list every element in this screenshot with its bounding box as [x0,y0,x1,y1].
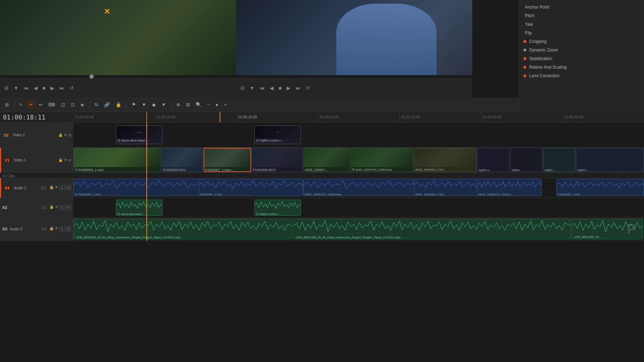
a3-clip-1[interactable]: UPM_BER1285_55_All_Okay_Underscore_Riege… [73,219,292,239]
zoom-search[interactable]: 🔍 [194,101,204,109]
zoom-linked[interactable]: ⊞ [184,101,192,109]
v1-clip-8[interactable]: fujifilm-x... [477,148,509,172]
ripple-delete[interactable]: ⇆ [92,101,101,109]
right-play[interactable]: ▶ [285,84,292,92]
left-loop[interactable]: ↺ [68,84,75,92]
left-monitor-btn[interactable]: ⊞ [3,84,10,92]
v1-clip-7[interactable]: A003_10050813_C03... [414,148,477,172]
right-scrubber[interactable] [236,75,472,78]
a3-solo[interactable]: S [59,226,64,231]
v2-clip-2[interactable]: ▪▪▪ ⛓ fujifilm-x100v-r-... [254,126,301,144]
a2-mute[interactable]: M [66,205,72,210]
left-expand-btn[interactable]: ▼ [12,84,20,92]
v1-clip-10[interactable]: fujifilm... [543,148,575,172]
lens-correction-item[interactable]: Lens Correction [523,72,640,80]
x-mark-indicator: ✕ [104,7,110,16]
a1-clip-5[interactable]: A003_10050724_C013.b... [477,179,542,196]
v1-clip-2[interactable]: P1062833.MOV [162,148,203,172]
keyboard-tool[interactable]: ⌨ [46,101,57,109]
zoom-in[interactable]: ⊕ [174,101,182,109]
a3-clip-2[interactable]: UPM_BER1285_55_All_Okay_Underscore_Riege… [293,219,571,239]
a1-eye[interactable]: 👁 [55,185,58,190]
v1-clip-3-current[interactable]: P1063067_1.mov-... [204,148,251,172]
blade-tool[interactable]: ◈ [78,101,86,109]
slip-tool[interactable]: ⇔ [36,101,45,109]
anchor-point-label[interactable]: Anchor Point [523,3,640,11]
v1-clips-area: ⛓ P1063054_1.mov P1062833.MOV P1063067_1… [73,148,644,173]
a2-solo[interactable]: S [59,205,64,210]
a2-eye[interactable]: 👁 [55,205,58,210]
v1-eye[interactable]: 👁 [64,158,67,162]
yaw-label[interactable]: Yaw [523,20,640,29]
v1-lock[interactable]: 🔒 [58,158,63,162]
trim-tool-b[interactable]: ⊡ [69,101,77,109]
v1-clip-11[interactable]: fujifilm-... [576,148,644,172]
v1-monitor[interactable]: ⊟ [68,158,71,162]
select-tool[interactable]: ↖ [17,101,25,109]
a2-lock[interactable]: 🔒 [49,205,54,210]
left-play[interactable]: ▶ [49,84,56,92]
v2-monitor[interactable]: ⊟ [68,133,71,137]
right-skip-end[interactable]: ⏭ [294,84,302,92]
left-prev-frame[interactable]: ◀ [32,84,39,92]
link-tool[interactable]: 🔗 [102,101,112,109]
left-scrubber[interactable] [0,75,236,78]
timeline-area: 01:00:18:11 V2 Video 2 🔒 👁 ⊟ V1 Video 1 … [0,112,644,241]
v1-clip-1[interactable]: ⛓ P1063054_1.mov [73,148,161,172]
a3-eye[interactable]: 👁 [55,226,58,231]
v2-clip-1[interactable]: ··· ⛓ steve-dent-lower-... [116,126,162,144]
v1-clip-9[interactable]: fujifilm... [510,148,542,172]
right-expand-btn[interactable]: ▼ [248,84,256,92]
flip-label[interactable]: Flip [523,29,640,37]
a1-clips-area: ⛓ P1063054_1.mov P1063067_1.mov A0 [73,178,644,198]
flag-dropdown[interactable]: ▼ [140,101,148,109]
pitch-label[interactable]: Pitch [523,11,640,20]
v2-lock[interactable]: 🔒 [58,133,63,137]
marker-dropdown[interactable]: ▼ [159,101,168,109]
right-prev-frame[interactable]: ◀ [268,84,275,92]
a2-clip-1[interactable]: ⛓ steve-dent-lower-... [116,200,162,216]
razor-tool[interactable]: ✂ [27,101,35,109]
retime-scaling-indicator [523,66,526,69]
a3-mute[interactable]: M [66,226,72,231]
v2-clips-area: ··· ⛓ steve-dent-lower-... ▪▪▪ ⛓ fujifil… [73,123,644,148]
left-skip-start[interactable]: ⏮ [22,84,30,92]
marker-btn[interactable]: ◆ [150,101,158,109]
a1-mute[interactable]: M [66,185,72,190]
right-loop[interactable]: ↺ [304,84,311,92]
lock-tool[interactable]: 🔒 [113,101,123,109]
trim-tool-a[interactable]: ◫ [59,101,67,109]
zoom-minus[interactable]: − [205,101,212,109]
right-monitor-btn[interactable]: ⊟ [239,84,246,92]
right-stop[interactable]: ■ [277,84,283,92]
a1-clip-2[interactable]: P1063067_1.mov [199,179,303,196]
a1-solo[interactable]: S [59,185,64,190]
flag-btn[interactable]: ⚑ [130,101,138,109]
v2-eye[interactable]: 👁 [64,133,67,137]
right-skip-start[interactable]: ⏮ [258,84,266,92]
grid-view-btn[interactable]: ⊞ [3,101,11,109]
cropping-item[interactable]: Cropping [523,37,640,46]
zoom-plus[interactable]: + [222,101,229,109]
v1-clip-4[interactable]: P1062828.MOV [252,148,303,172]
a3-clips-area: UPM_BER1285_55_All_Okay_Underscore_Riege… [73,217,644,241]
a3-lock[interactable]: 🔒 [49,226,54,231]
zoom-slider[interactable]: ● [213,101,220,109]
v1-clip-6[interactable]: ⛓ A003_10050720_C008.braw [351,148,413,172]
left-stop[interactable]: ■ [41,84,47,92]
a1-lock[interactable]: 🔒 [49,185,54,190]
right-preview-window[interactable] [236,0,472,75]
a1-clip-6[interactable]: P1063069_1.mov [556,179,644,196]
stabilization-item[interactable]: Stabilization [523,54,640,63]
retime-scaling-item[interactable]: Retime And Scaling [523,63,640,72]
left-skip-end[interactable]: ⏭ [58,84,66,92]
a1-clip-3[interactable]: A003_10050720_C008.braw [303,179,429,196]
a2-clip-2[interactable]: ⛓ fujifilm-x100v-r-... [254,200,301,216]
v1-name: Video 1 [14,158,26,162]
v2-clip-1-label: steve-dent-lower-... [121,139,149,142]
dynamic-zoom-item[interactable]: Dynamic Zoom [523,46,640,54]
ruler-mark-3: 01:00:24:00 [318,112,400,123]
v1-clip-5[interactable]: A003_100507... [303,148,350,172]
left-preview-window[interactable]: ✕ [0,0,236,75]
left-scrubber-handle[interactable] [89,74,94,79]
